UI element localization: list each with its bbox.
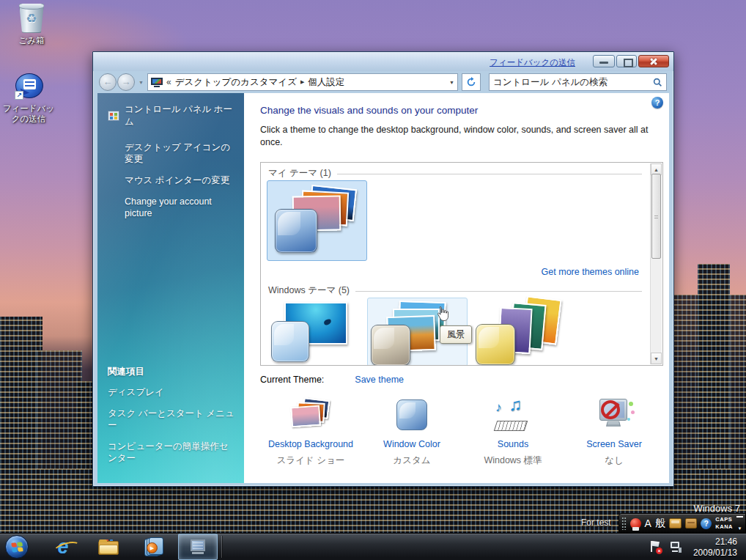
search-icon xyxy=(653,78,662,87)
ime-pad-icon[interactable] xyxy=(669,518,682,528)
minimize-button[interactable] xyxy=(593,55,615,67)
back-button[interactable]: ← xyxy=(99,73,117,91)
desktop-background-setting[interactable]: Desktop Background スライド ショー xyxy=(260,392,361,467)
windows-themes-group-header: Windows テーマ (5) xyxy=(268,284,642,297)
windows-watermark: Windows 7 xyxy=(693,503,740,514)
refresh-button[interactable] xyxy=(462,73,481,91)
ime-icon[interactable] xyxy=(630,518,641,529)
search-input[interactable] xyxy=(493,77,653,87)
start-button[interactable] xyxy=(4,534,30,560)
language-bar-grip[interactable] xyxy=(621,517,627,530)
window-color-label: Window Color xyxy=(361,439,462,449)
window-color-value: カスタム xyxy=(361,454,462,467)
window-titlebar[interactable]: フィードバックの送信 xyxy=(93,52,673,71)
save-theme-link[interactable]: Save theme xyxy=(355,375,404,385)
sidebar-home-label: コントロール パネル ホーム xyxy=(125,103,237,128)
taskbar: e ▶ × 21:46 2009/01/13 xyxy=(0,533,746,560)
address-bar: ← → ▼ « デスクトップのカスタマイズ ▶ 個人設定 ▼ xyxy=(97,71,669,93)
system-tray: × xyxy=(649,534,682,560)
my-themes-group-header: マイ テーマ (1) xyxy=(268,167,642,180)
breadcrumb-separator-icon: ▶ xyxy=(300,79,304,85)
window-body: コントロール パネル ホーム デスクトップ アイコンの変更 マウス ポインターの… xyxy=(97,93,669,483)
breadcrumb-item-personalization[interactable]: 個人設定 xyxy=(308,76,344,89)
ime-input-mode-button[interactable]: A xyxy=(645,517,651,529)
taskbar-media-player[interactable]: ▶ xyxy=(138,534,170,560)
shortcut-arrow-icon: ↗ xyxy=(15,91,23,100)
desktop-background-icon xyxy=(288,397,333,432)
caps-button[interactable]: CAPS xyxy=(715,517,733,523)
action-center-icon[interactable]: × xyxy=(649,540,660,553)
recycle-bin-icon: ♻ xyxy=(19,4,44,33)
breadcrumb[interactable]: « デスクトップのカスタマイズ ▶ 個人設定 ▼ xyxy=(147,73,458,91)
breadcrumb-collapse-chevrons[interactable]: « xyxy=(166,77,171,87)
ime-conversion-mode-button[interactable]: 般 xyxy=(655,517,665,530)
clock-time: 21:46 xyxy=(693,537,737,548)
recycle-symbol: ♻ xyxy=(20,11,43,26)
theme-list: マイ テーマ (1) Get more themes online Window… xyxy=(260,162,663,366)
theme-list-scrollbar[interactable]: ▲ ▼ xyxy=(650,163,662,364)
taskbar-internet-explorer[interactable]: e xyxy=(47,534,79,560)
sidebar-item-change-account-picture[interactable]: Change your account picture xyxy=(125,196,221,219)
mouse-cursor xyxy=(435,305,448,325)
help-icon[interactable]: ? xyxy=(651,97,663,108)
personalization-window-icon xyxy=(189,539,207,554)
page-title: Change the visuals and sounds on your co… xyxy=(260,105,478,116)
language-bar-minimize[interactable] xyxy=(736,516,743,517)
desktop-icon-label: フィードバックの送信 xyxy=(0,103,57,124)
ime-tools-icon[interactable] xyxy=(685,518,698,528)
sidebar-item-change-desktop-icons[interactable]: デスクトップ アイコンの変更 xyxy=(125,141,237,165)
maximize-button[interactable] xyxy=(616,55,637,67)
taskbar-windows-explorer[interactable] xyxy=(92,534,125,560)
screen-saver-setting[interactable]: Screen Saver なし xyxy=(564,392,665,467)
screen-saver-icon xyxy=(594,396,635,434)
desktop-background-label: Desktop Background xyxy=(260,439,361,449)
sounds-setting[interactable]: ♪ ♫ Sounds Windows 標準 xyxy=(462,392,564,467)
sidebar-item-control-panel-home[interactable]: コントロール パネル ホーム xyxy=(108,103,237,128)
network-icon[interactable] xyxy=(669,541,682,553)
send-feedback-link[interactable]: フィードバックの送信 xyxy=(490,57,575,68)
sidebar-item-ease-of-access[interactable]: コンピューターの簡単操作センター xyxy=(108,441,237,464)
get-more-themes-link[interactable]: Get more themes online xyxy=(542,267,639,277)
sidebar-item-taskbar-startmenu[interactable]: タスク バーとスタート メニュー xyxy=(108,408,237,431)
desktop-icon-send-feedback[interactable]: ↗ フィードバックの送信 xyxy=(0,73,57,124)
desktop-icon-recycle-bin[interactable]: ♻ ごみ箱 xyxy=(3,4,60,45)
my-theme-thumbnail xyxy=(267,181,366,260)
theme-item-windows7[interactable] xyxy=(267,298,367,366)
page-description: Click a theme to change the desktop back… xyxy=(260,124,660,149)
window-color-icon xyxy=(396,399,427,430)
address-dropdown-icon[interactable]: ▼ xyxy=(449,80,454,85)
language-bar[interactable]: A 般 ? CAPS KANA ▼ xyxy=(618,513,746,534)
theme-tooltip: 風景 xyxy=(440,325,472,344)
taskbar-active-personalization[interactable] xyxy=(178,534,218,560)
ime-help-icon[interactable]: ? xyxy=(701,518,712,529)
sounds-icon: ♪ ♫ xyxy=(492,396,533,434)
main-content: ? Change the visuals and sounds on your … xyxy=(244,93,669,483)
taskbar-clock[interactable]: 21:46 2009/01/13 xyxy=(693,534,742,560)
kana-button[interactable]: KANA xyxy=(715,524,733,530)
feedback-bubble-icon: ↗ xyxy=(13,73,44,101)
sounds-value: Windows 標準 xyxy=(462,454,564,467)
language-bar-options-icon[interactable]: ▼ xyxy=(738,526,742,531)
desktop-icon-label: ごみ箱 xyxy=(3,35,60,45)
theme-item-my-theme[interactable] xyxy=(267,180,367,261)
sidebar-item-display[interactable]: ディスプレイ xyxy=(108,386,237,398)
sidebar-item-change-mouse-pointers[interactable]: マウス ポインターの変更 xyxy=(125,174,237,186)
forward-button[interactable]: → xyxy=(117,73,135,91)
breadcrumb-item-customize[interactable]: デスクトップのカスタマイズ xyxy=(175,76,297,89)
folder-icon xyxy=(98,539,119,555)
sidebar: コントロール パネル ホーム デスクトップ アイコンの変更 マウス ポインターの… xyxy=(97,93,244,483)
theme-settings-row: Desktop Background スライド ショー Window Color… xyxy=(260,392,665,467)
scroll-down-button[interactable]: ▼ xyxy=(651,353,662,364)
recent-pages-dropdown[interactable]: ▼ xyxy=(139,80,144,85)
search-box[interactable] xyxy=(489,73,667,91)
scrollbar-thumb[interactable] xyxy=(651,174,661,259)
taskbar-divider xyxy=(221,536,222,558)
sounds-label: Sounds xyxy=(462,439,564,449)
close-button[interactable] xyxy=(638,55,669,67)
current-theme-label: Current Theme: xyxy=(260,375,324,385)
colors-theme-thumbnail xyxy=(471,298,572,366)
window-color-setting[interactable]: Window Color カスタム xyxy=(361,392,462,467)
media-player-icon: ▶ xyxy=(144,537,163,556)
error-badge: × xyxy=(656,548,662,554)
theme-item-colors[interactable] xyxy=(471,298,572,366)
